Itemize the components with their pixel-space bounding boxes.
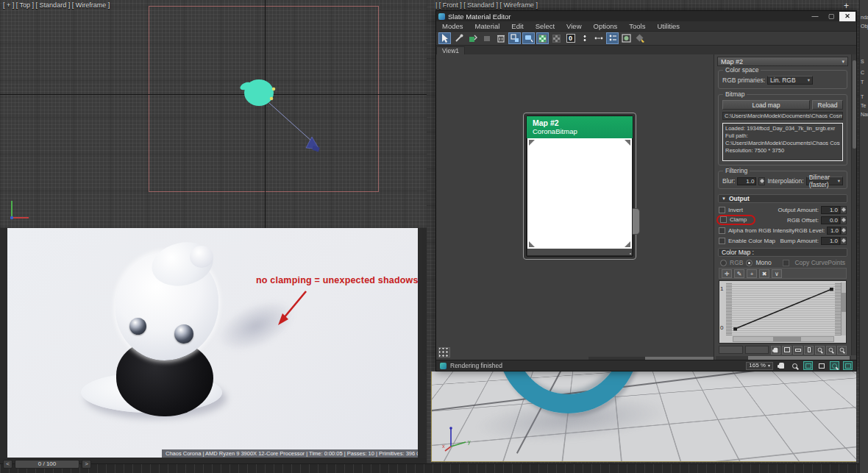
maximize-button[interactable]: ▢ <box>823 12 839 21</box>
pan-hand-icon[interactable] <box>777 361 786 370</box>
curve-move-icon[interactable]: ✛ <box>722 269 732 278</box>
curve-y-field[interactable] <box>745 346 769 354</box>
panel-hscrollbar[interactable] <box>716 356 851 360</box>
curve-x-field[interactable] <box>719 346 743 354</box>
move-children-icon[interactable] <box>508 32 521 44</box>
output-rollout-header[interactable]: ▼ Output <box>718 194 847 203</box>
bump-amount-spinner[interactable] <box>840 237 847 245</box>
layout-vertical-icon[interactable] <box>578 32 591 44</box>
coronabitmap-node[interactable]: Map #2 CoronaBitmap <box>526 115 633 257</box>
time-next-button[interactable]: > <box>82 460 91 469</box>
teapot-object[interactable] <box>244 79 274 106</box>
close-button[interactable]: ✕ <box>839 12 855 21</box>
hide-unused-slots-icon[interactable] <box>522 32 535 44</box>
resize-handle-icon[interactable] <box>625 140 630 146</box>
show-grid-icon[interactable] <box>550 32 563 44</box>
zoom-region-icon[interactable] <box>803 361 813 370</box>
render-map-icon[interactable] <box>634 32 647 44</box>
menu-modes[interactable]: Modes <box>436 22 469 30</box>
node-header[interactable]: Map #2 CoronaBitmap <box>527 116 633 138</box>
curve-zoom-vert-icon[interactable] <box>804 346 814 355</box>
load-map-button[interactable]: Load map <box>722 100 810 110</box>
resize-handle-icon[interactable] <box>625 241 630 247</box>
resize-handle-icon[interactable] <box>529 140 535 146</box>
curve-add-point-icon[interactable]: + <box>747 269 757 278</box>
rgb-radio[interactable] <box>720 260 727 266</box>
nodeview-hscrollbar[interactable] <box>588 357 714 360</box>
output-amount-spinner[interactable] <box>840 206 847 214</box>
viewport-front-shaded[interactable]: y x <box>431 371 856 462</box>
curve-canvas[interactable] <box>732 282 835 335</box>
viewport-top[interactable]: [ + ] [ Top ] [ Standard ] [ Wireframe ] <box>0 0 427 228</box>
curve-zoom-box-icon[interactable] <box>782 346 791 355</box>
viewport-front-label[interactable]: | [ Front ] [ Standard ] [ Wireframe ] <box>435 1 538 9</box>
material-preview-icon[interactable] <box>620 32 633 44</box>
assign-material-icon[interactable] <box>466 32 479 44</box>
menu-edit[interactable]: Edit <box>505 22 529 30</box>
blur-value[interactable]: 1.0 <box>737 177 756 185</box>
rgb-offset-spinner[interactable] <box>840 216 847 224</box>
menu-material[interactable]: Material <box>469 22 506 30</box>
menu-options[interactable]: Options <box>588 22 624 30</box>
zoom-level-dropdown[interactable]: 165 % ▾ <box>746 362 773 370</box>
add-icon[interactable]: + <box>844 1 849 11</box>
uv-channel-icon[interactable]: 0 <box>564 32 577 44</box>
navigator-toggle-button[interactable] <box>438 347 450 358</box>
curve-pan-icon[interactable] <box>771 346 780 355</box>
curve-zoom-icon[interactable] <box>815 346 825 355</box>
node-output-socket[interactable] <box>633 208 640 235</box>
curve-reset-icon[interactable]: ∨ <box>772 269 782 278</box>
minimize-button[interactable]: — <box>807 12 823 21</box>
enable-color-map-checkbox[interactable] <box>719 238 725 244</box>
tab-view1[interactable]: View1 <box>436 46 465 54</box>
curve-delete-point-icon[interactable]: ✖ <box>759 269 769 278</box>
time-slider[interactable]: 0 / 100 <box>15 460 79 469</box>
rgb-primaries-dropdown[interactable]: Lin. RGB ▾ <box>767 76 813 85</box>
panel-vscrollbar[interactable] <box>851 54 856 355</box>
pick-material-icon[interactable] <box>452 32 465 44</box>
parameter-editor-toggle-icon[interactable] <box>606 32 619 44</box>
rgb-level-spinner[interactable] <box>841 227 847 235</box>
invert-checkbox[interactable] <box>719 207 725 213</box>
node-graph-view[interactable]: Map #2 CoronaBitmap <box>436 54 714 360</box>
zoom-extents-all-icon[interactable] <box>843 361 853 370</box>
bump-amount-value[interactable]: 1.0 <box>821 237 840 245</box>
color-map-header[interactable]: Color Map : <box>718 248 847 257</box>
delete-icon[interactable] <box>494 32 507 44</box>
curve-zoom-extents-icon[interactable] <box>837 346 847 355</box>
interpolation-dropdown[interactable]: Bilinear (faster) ▾ <box>806 177 843 185</box>
menu-utilities[interactable]: Utilities <box>651 22 686 30</box>
editor-titlebar[interactable]: Slate Material Editor — ▢ ✕ <box>436 11 856 21</box>
reload-button[interactable]: Reload <box>812 100 843 110</box>
node-preview[interactable] <box>527 138 632 249</box>
menu-select[interactable]: Select <box>530 22 561 30</box>
clamp-checkbox[interactable] <box>720 216 727 223</box>
select-tool-icon[interactable] <box>438 32 451 44</box>
curve-hscrollbar[interactable] <box>733 336 834 342</box>
zoom-icon[interactable] <box>790 361 800 370</box>
alpha-from-rgb-checkbox[interactable] <box>719 227 725 234</box>
output-amount-value[interactable]: 1.0 <box>821 206 840 214</box>
curve-graph[interactable]: 1 0 <box>719 280 847 344</box>
track-bar[interactable] <box>0 463 859 473</box>
map-selector-dropdown[interactable]: Map #2 ▾ <box>717 57 848 66</box>
bitmap-path-field[interactable]: C:\Users\MarcinModek\Documents\Chaos Cos… <box>722 112 843 120</box>
rgb-offset-value[interactable]: 0.0 <box>821 216 840 224</box>
blur-spinner[interactable] <box>758 177 765 185</box>
zoom-extents-icon[interactable] <box>817 361 826 370</box>
rgb-level-value[interactable]: 1.0 <box>827 227 841 235</box>
viewport-top-label[interactable]: [ + ] [ Top ] [ Standard ] [ Wireframe ] <box>3 1 110 9</box>
zoom-extents-selected-icon[interactable] <box>830 361 839 370</box>
put-to-library-icon[interactable] <box>480 32 493 44</box>
resize-handle-icon[interactable] <box>529 241 535 247</box>
show-background-icon[interactable] <box>536 32 549 44</box>
mono-radio[interactable] <box>746 260 753 266</box>
curve-zoom-horiz-icon[interactable] <box>793 346 803 355</box>
menu-view[interactable]: View <box>561 22 587 30</box>
curve-vscrollbar[interactable] <box>841 282 846 335</box>
curve-zoom-region-icon[interactable] <box>826 346 836 355</box>
curve-draw-icon[interactable]: ✎ <box>734 269 744 278</box>
copy-curvepoints-checkbox[interactable] <box>783 260 789 266</box>
menu-tools[interactable]: Tools <box>623 22 651 30</box>
time-prev-button[interactable]: < <box>3 460 13 469</box>
